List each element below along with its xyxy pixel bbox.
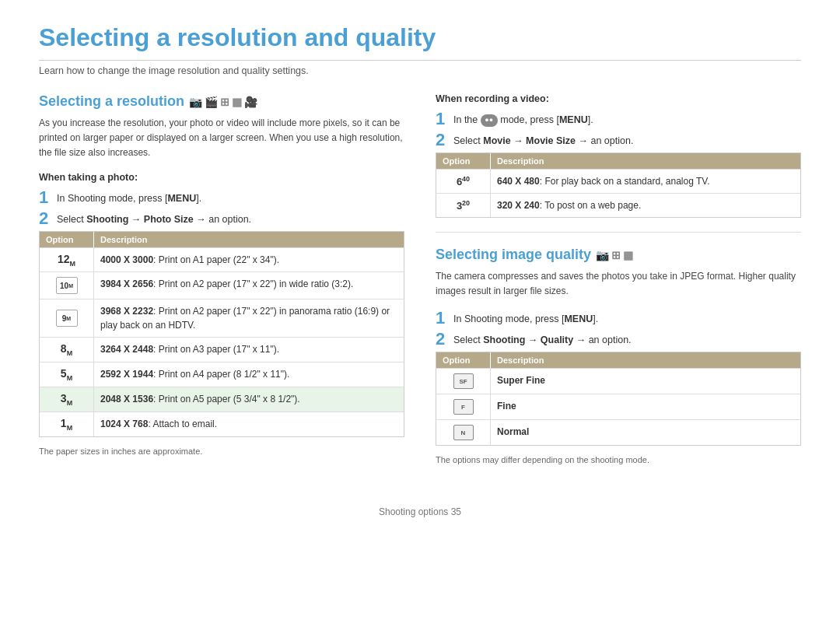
desc-f: Fine <box>491 394 800 419</box>
table-header-row: Option Description <box>40 232 404 247</box>
desc-sf: Super Fine <box>491 369 800 394</box>
desc-5m: 2592 X 1944: Print on A4 paper (8 1/2" x… <box>94 363 404 387</box>
table-row: 10M 3984 X 2656: Print on A2 paper (17" … <box>40 271 404 299</box>
resolution-icons: 📷 🎬 ⊞ ▦ 🎥 <box>189 96 257 108</box>
desc-1m: 1024 X 768: Attach to email. <box>94 412 404 436</box>
desc-320: 320 X 240: To post on a web page. <box>491 194 800 217</box>
quality-step-2: 2 Select Shooting → Quality → an option. <box>436 331 801 348</box>
table-row: 3M 2048 X 1536: Print on A5 paper (5 3/4… <box>40 387 404 412</box>
quality-description-header: Description <box>491 352 800 368</box>
option-f: F <box>436 394 491 419</box>
quality-description: The camera compresses and saves the phot… <box>436 269 801 299</box>
desc-12m: 4000 X 3000: Print on A1 paper (22" x 34… <box>94 248 404 272</box>
quality-table: Option Description SF Super Fine F Fine … <box>436 352 801 446</box>
photo-step-1: 1 In Shooting mode, press [MENU]. <box>39 189 404 206</box>
option-8m: 8M <box>40 338 94 362</box>
video-subsection-label: When recording a video: <box>436 93 801 104</box>
desc-3m: 2048 X 1536: Print on A5 paper (5 3/4" x… <box>94 387 404 412</box>
desc-9m: 3968 X 2232: Print on A2 paper (17" x 22… <box>94 299 404 337</box>
table-row: 1M 1024 X 768: Attach to email. <box>40 412 404 436</box>
option-640: 640 <box>436 170 491 193</box>
right-column: When recording a video: 1 In the ●● mode… <box>436 93 801 475</box>
option-5m: 5M <box>40 363 94 387</box>
option-10m: 10M <box>40 272 94 299</box>
table-row: SF Super Fine <box>436 368 800 394</box>
resolution-description: As you increase the resolution, your pho… <box>39 116 404 161</box>
quality-option-header: Option <box>436 352 491 368</box>
left-column: Selecting a resolution 📷 🎬 ⊞ ▦ 🎥 As you … <box>39 93 404 475</box>
table-row: 5M 2592 X 1944: Print on A4 paper (8 1/2… <box>40 362 404 387</box>
desc-n: Normal <box>491 420 800 445</box>
video-option-header: Option <box>436 153 491 169</box>
section-divider <box>436 232 801 233</box>
option-1m: 1M <box>40 412 94 436</box>
resolution-section-title: Selecting a resolution 📷 🎬 ⊞ ▦ 🎥 <box>39 93 404 110</box>
quality-table-note: The options may differ depending on the … <box>436 455 801 464</box>
desc-10m: 3984 X 2656: Print on A2 paper (17" x 22… <box>94 272 404 299</box>
video-mode-icon: ●● <box>481 114 498 127</box>
option-header: Option <box>40 232 94 247</box>
option-12m: 12M <box>40 248 94 272</box>
quality-section-title: Selecting image quality 📷 ⊞ ▦ <box>436 247 801 263</box>
desc-8m: 3264 X 2448: Print on A3 paper (17" x 11… <box>94 338 404 362</box>
page-subtitle: Learn how to change the image resolution… <box>39 65 801 76</box>
description-header: Description <box>94 232 404 247</box>
table-row: N Normal <box>436 419 800 445</box>
photo-subsection-label: When taking a photo: <box>39 172 404 183</box>
table-row: F Fine <box>436 394 800 419</box>
video-description-header: Description <box>491 153 800 169</box>
video-step-1: 1 In the ●● mode, press [MENU]. <box>436 110 801 128</box>
photo-table-note: The paper sizes in inches are approximat… <box>39 447 404 456</box>
video-table-header: Option Description <box>436 153 800 169</box>
footer-text: Shooting options 35 <box>379 506 461 517</box>
desc-640: 640 X 480: For play back on a standard, … <box>491 170 800 193</box>
option-sf: SF <box>436 369 491 394</box>
footer: Shooting options 35 <box>39 506 801 517</box>
table-row: 8M 3264 X 2448: Print on A3 paper (17" x… <box>40 337 404 362</box>
quality-icons: 📷 ⊞ ▦ <box>596 249 633 261</box>
table-row: 640 640 X 480: For play back on a standa… <box>436 169 800 193</box>
video-resolution-table: Option Description 640 640 X 480: For pl… <box>436 152 801 218</box>
table-row: 9M 3968 X 2232: Print on A2 paper (17" x… <box>40 299 404 337</box>
option-9m: 9M <box>40 299 94 337</box>
photo-step-2: 2 Select Shooting → Photo Size → an opti… <box>39 210 404 227</box>
video-step-2: 2 Select Movie → Movie Size → an option. <box>436 131 801 149</box>
quality-step-1: 1 In Shooting mode, press [MENU]. <box>436 310 801 327</box>
option-320: 320 <box>436 194 491 217</box>
option-n: N <box>436 420 491 445</box>
page-title: Selecting a resolution and quality <box>39 23 801 61</box>
quality-table-header: Option Description <box>436 352 800 368</box>
table-row: 12M 4000 X 3000: Print on A1 paper (22" … <box>40 247 404 272</box>
photo-resolution-table: Option Description 12M 4000 X 3000: Prin… <box>39 231 404 437</box>
option-3m: 3M <box>40 387 94 412</box>
table-row: 320 320 X 240: To post on a web page. <box>436 193 800 217</box>
